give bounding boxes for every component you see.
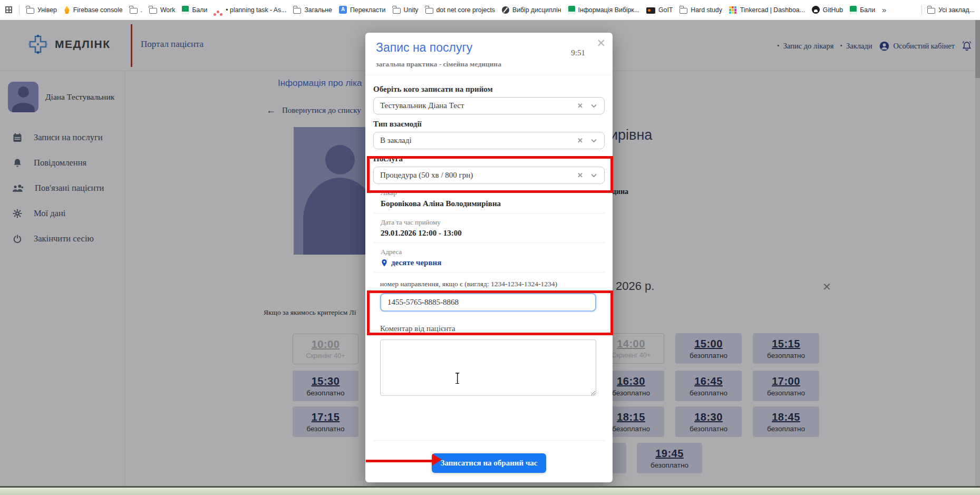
- bookmark-item[interactable]: Вибір дисциплін: [502, 6, 561, 14]
- sheets-icon: [182, 6, 189, 14]
- modal-footer: Записатися на обраний час: [373, 440, 605, 482]
- booking-modal: Запис на послугу 9:51 ✕ загальна практик…: [365, 33, 613, 482]
- info-label: Адреса: [381, 248, 605, 256]
- globe-icon: [502, 6, 509, 14]
- bookmark-item[interactable]: Універ: [26, 6, 57, 14]
- bookmark-item[interactable]: dot net core projects: [425, 6, 495, 14]
- comment-textarea[interactable]: [380, 339, 596, 396]
- bookmark-label: Tinkercad | Dashboa...: [740, 6, 805, 14]
- sheets-icon: [850, 6, 857, 14]
- folder-icon: [149, 8, 157, 14]
- bookmarks-bar: Універ Firebase console . Work Бали • pl…: [0, 0, 980, 20]
- chevron-down-icon[interactable]: [590, 171, 598, 179]
- doctor-info-row: Лікар Боровікова Аліна Володимирівна: [373, 184, 605, 213]
- bookmark-label: GoIT: [658, 6, 673, 14]
- bookmark-label: Загальне: [304, 6, 332, 14]
- divider: [19, 5, 20, 15]
- referral-section: номер направлення, якщо є (вигляд: 1234-…: [380, 280, 605, 312]
- bottom-strip: [0, 486, 980, 495]
- bookmark-item[interactable]: Загальне: [293, 6, 332, 14]
- bookmark-label: Unity: [404, 6, 419, 14]
- bookmark-item[interactable]: Бали: [850, 6, 875, 14]
- folder-icon: [130, 8, 138, 14]
- bookmark-item[interactable]: Tinkercad | Dashboa...: [729, 6, 805, 14]
- bookmark-label: Універ: [37, 6, 57, 14]
- close-icon[interactable]: ✕: [596, 37, 606, 50]
- bookmark-label: .: [141, 6, 142, 14]
- bookmark-item[interactable]: .: [130, 6, 142, 14]
- bookmark-item[interactable]: Firebase console: [64, 6, 123, 14]
- github-icon: [812, 6, 820, 14]
- divider: [921, 5, 922, 15]
- bookmark-label: GitHub: [823, 6, 843, 14]
- folder-icon: [293, 8, 301, 14]
- bookmark-label: Hard study: [691, 6, 722, 14]
- bookmark-label: dot net core projects: [436, 6, 495, 14]
- bookmark-item[interactable]: Hard study: [680, 6, 722, 14]
- bookmark-item[interactable]: • planning task - As...: [214, 6, 286, 14]
- folder-icon: [680, 8, 687, 14]
- all-bookmarks[interactable]: Усі заклад...: [927, 6, 975, 14]
- bookmark-item[interactable]: Бали: [182, 6, 207, 14]
- bookmark-item[interactable]: Work: [149, 6, 175, 14]
- comment-label: Коментар від пацієнта: [380, 324, 605, 333]
- tinkercad-icon: [729, 6, 731, 8]
- info-label: Лікар: [381, 189, 605, 197]
- bookmark-item[interactable]: Перекласти: [339, 6, 386, 14]
- folder-icon: [927, 8, 935, 14]
- comment-section: Коментар від пацієнта: [380, 324, 605, 396]
- bookmark-label: Work: [160, 6, 175, 14]
- bookmark-item[interactable]: Інформація Вибірк...: [568, 6, 639, 14]
- modal-header: Запис на послугу 9:51 ✕ загальна практик…: [365, 33, 613, 75]
- interaction-type-select[interactable]: В закладі ✕: [373, 132, 605, 149]
- bookmark-item[interactable]: GitHub: [812, 6, 843, 14]
- bookmark-label: • planning task - As...: [226, 6, 286, 14]
- field-label-service: Послуга: [373, 154, 605, 163]
- bookmark-label: Інформація Вибірк...: [578, 6, 639, 14]
- sheets-icon: [568, 6, 575, 14]
- bookmark-item[interactable]: GoIT: [646, 6, 673, 14]
- clear-icon[interactable]: ✕: [577, 137, 583, 144]
- goit-icon: [646, 7, 655, 14]
- field-label-interaction-type: Тип взаємодії: [373, 120, 605, 129]
- modal-title: Запис на послугу: [376, 41, 602, 55]
- clear-icon[interactable]: ✕: [577, 102, 583, 110]
- referral-label: номер направлення, якщо є (вигляд: 1234-…: [380, 280, 605, 288]
- asana-icon: [217, 11, 219, 13]
- folder-icon: [26, 8, 34, 14]
- bookmark-label: Бали: [192, 6, 207, 14]
- folder-icon: [393, 8, 401, 14]
- doctor-name: Боровікова Аліна Володимирівна: [381, 199, 605, 208]
- translate-icon: [339, 6, 347, 14]
- submit-booking-button[interactable]: Записатися на обраний час: [432, 453, 546, 473]
- map-pin-icon: [381, 259, 388, 267]
- apps-grid-icon[interactable]: [5, 6, 12, 13]
- bookmark-label: Перекласти: [350, 6, 386, 14]
- service-select[interactable]: Процедура (50 хв / 800 грн) ✕: [373, 167, 605, 184]
- select-value: Тестувальник Діана Тест: [380, 101, 577, 110]
- bookmark-label: Вибір дисциплін: [512, 6, 561, 14]
- appointment-datetime: 29.01.2026 12:00 - 13:00: [381, 229, 605, 238]
- modal-body: Оберіть кого записати на прийом Тестувал…: [365, 75, 613, 482]
- address-link[interactable]: десяте червня: [381, 258, 605, 267]
- info-label: Дата та час прийому: [381, 218, 605, 227]
- address-label: десяте червня: [391, 258, 441, 267]
- referral-number-input[interactable]: [380, 293, 596, 312]
- bookmark-label: Firebase console: [73, 6, 123, 14]
- datetime-info-row: Дата та час прийому 29.01.2026 12:00 - 1…: [373, 213, 605, 243]
- field-label-patient: Оберіть кого записати на прийом: [373, 85, 605, 94]
- bookmark-label: Усі заклад...: [938, 6, 975, 14]
- chevron-down-icon[interactable]: [590, 137, 598, 144]
- bookmarks-overflow-chevron[interactable]: »: [882, 5, 886, 14]
- select-value: В закладі: [380, 136, 577, 145]
- chevron-down-icon[interactable]: [590, 102, 598, 110]
- patient-select[interactable]: Тестувальник Діана Тест ✕: [373, 97, 605, 114]
- modal-time: 9:51: [571, 48, 585, 57]
- bookmark-item[interactable]: Unity: [393, 6, 419, 14]
- address-info-row: Адреса десяте червня: [373, 243, 605, 273]
- modal-subtitle: загальна практика - сімейна медицина: [376, 60, 602, 69]
- bookmark-label: Бали: [860, 6, 875, 14]
- select-value: Процедура (50 хв / 800 грн): [380, 171, 577, 180]
- clear-icon[interactable]: ✕: [577, 171, 583, 179]
- firebase-icon: [64, 6, 70, 14]
